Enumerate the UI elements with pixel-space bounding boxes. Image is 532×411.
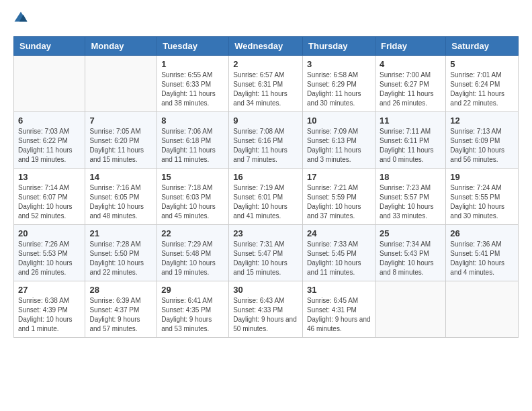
calendar-cell: 5Sunrise: 7:01 AMSunset: 6:24 PMDaylight… — [446, 56, 519, 112]
day-number: 12 — [450, 116, 514, 126]
calendar-cell: 25Sunrise: 7:34 AMSunset: 5:43 PMDayligh… — [375, 225, 445, 281]
calendar-cell — [446, 281, 519, 338]
calendar-cell: 20Sunrise: 7:26 AMSunset: 5:53 PMDayligh… — [14, 225, 85, 281]
day-header-saturday: Saturday — [446, 37, 519, 56]
calendar-cell: 16Sunrise: 7:19 AMSunset: 6:01 PMDayligh… — [229, 169, 303, 225]
cell-details: Sunrise: 6:55 AMSunset: 6:33 PMDaylight:… — [161, 71, 224, 108]
calendar-cell: 27Sunrise: 6:38 AMSunset: 4:39 PMDayligh… — [14, 281, 85, 338]
cell-details: Sunrise: 7:16 AMSunset: 6:05 PMDaylight:… — [89, 183, 152, 221]
calendar-week-row: 1Sunrise: 6:55 AMSunset: 6:33 PMDaylight… — [14, 56, 519, 112]
calendar-cell — [85, 56, 157, 112]
cell-details: Sunrise: 7:06 AMSunset: 6:18 PMDaylight:… — [161, 127, 224, 165]
day-number: 17 — [307, 172, 371, 182]
day-number: 28 — [89, 285, 152, 295]
cell-details: Sunrise: 6:43 AMSunset: 4:33 PMDaylight:… — [233, 296, 298, 334]
calendar-cell: 30Sunrise: 6:43 AMSunset: 4:33 PMDayligh… — [229, 281, 303, 338]
cell-details: Sunrise: 7:08 AMSunset: 6:16 PMDaylight:… — [233, 127, 298, 165]
day-number: 10 — [307, 116, 371, 126]
calendar-cell: 1Sunrise: 6:55 AMSunset: 6:33 PMDaylight… — [157, 56, 229, 112]
day-number: 20 — [18, 228, 81, 238]
calendar-cell: 17Sunrise: 7:21 AMSunset: 5:59 PMDayligh… — [303, 169, 375, 225]
day-number: 1 — [161, 59, 224, 69]
day-number: 29 — [161, 285, 224, 295]
calendar-cell: 2Sunrise: 6:57 AMSunset: 6:31 PMDaylight… — [229, 56, 303, 112]
calendar-cell: 31Sunrise: 6:45 AMSunset: 4:31 PMDayligh… — [303, 281, 375, 338]
calendar-week-row: 13Sunrise: 7:14 AMSunset: 6:07 PMDayligh… — [14, 169, 519, 225]
cell-details: Sunrise: 7:23 AMSunset: 5:57 PMDaylight:… — [380, 183, 441, 221]
day-header-wednesday: Wednesday — [229, 37, 303, 56]
day-number: 19 — [450, 172, 514, 182]
day-number: 3 — [307, 59, 371, 69]
day-number: 11 — [380, 116, 441, 126]
calendar-cell: 3Sunrise: 6:58 AMSunset: 6:29 PMDaylight… — [303, 56, 375, 112]
calendar-cell: 4Sunrise: 7:00 AMSunset: 6:27 PMDaylight… — [375, 56, 445, 112]
header — [13, 11, 519, 30]
day-number: 15 — [161, 172, 224, 182]
cell-details: Sunrise: 6:58 AMSunset: 6:29 PMDaylight:… — [307, 71, 371, 108]
day-header-thursday: Thursday — [303, 37, 375, 56]
cell-details: Sunrise: 7:36 AMSunset: 5:41 PMDaylight:… — [450, 240, 514, 277]
calendar-cell: 15Sunrise: 7:18 AMSunset: 6:03 PMDayligh… — [157, 169, 229, 225]
day-number: 22 — [161, 228, 224, 238]
day-number: 26 — [450, 228, 514, 238]
calendar-cell — [375, 281, 445, 338]
day-number: 18 — [380, 172, 441, 182]
logo-icon — [13, 11, 28, 26]
cell-details: Sunrise: 7:18 AMSunset: 6:03 PMDaylight:… — [161, 183, 224, 221]
calendar-cell: 19Sunrise: 7:24 AMSunset: 5:55 PMDayligh… — [446, 169, 519, 225]
day-number: 27 — [18, 285, 81, 295]
calendar-cell: 29Sunrise: 6:41 AMSunset: 4:35 PMDayligh… — [157, 281, 229, 338]
day-number: 31 — [307, 285, 371, 295]
day-number: 24 — [307, 228, 371, 238]
cell-details: Sunrise: 7:01 AMSunset: 6:24 PMDaylight:… — [450, 71, 514, 108]
calendar-cell: 13Sunrise: 7:14 AMSunset: 6:07 PMDayligh… — [14, 169, 85, 225]
cell-details: Sunrise: 7:19 AMSunset: 6:01 PMDaylight:… — [233, 183, 298, 221]
cell-details: Sunrise: 7:11 AMSunset: 6:11 PMDaylight:… — [380, 127, 441, 165]
day-header-sunday: Sunday — [14, 37, 85, 56]
logo — [13, 11, 28, 30]
day-header-row: SundayMondayTuesdayWednesdayThursdayFrid… — [14, 37, 519, 56]
day-number: 25 — [380, 228, 441, 238]
day-number: 30 — [233, 285, 298, 295]
calendar-cell: 12Sunrise: 7:13 AMSunset: 6:09 PMDayligh… — [446, 112, 519, 169]
cell-details: Sunrise: 7:31 AMSunset: 5:47 PMDaylight:… — [233, 240, 298, 277]
calendar-cell: 23Sunrise: 7:31 AMSunset: 5:47 PMDayligh… — [229, 225, 303, 281]
cell-details: Sunrise: 6:57 AMSunset: 6:31 PMDaylight:… — [233, 71, 298, 108]
cell-details: Sunrise: 7:29 AMSunset: 5:48 PMDaylight:… — [161, 240, 224, 277]
cell-details: Sunrise: 6:39 AMSunset: 4:37 PMDaylight:… — [89, 296, 152, 334]
page: SundayMondayTuesdayWednesdayThursdayFrid… — [0, 0, 532, 346]
day-number: 16 — [233, 172, 298, 182]
cell-details: Sunrise: 6:41 AMSunset: 4:35 PMDaylight:… — [161, 296, 224, 334]
day-number: 13 — [18, 172, 81, 182]
calendar-cell — [14, 56, 85, 112]
day-number: 2 — [233, 59, 298, 69]
day-number: 5 — [450, 59, 514, 69]
day-header-friday: Friday — [375, 37, 445, 56]
cell-details: Sunrise: 7:05 AMSunset: 6:20 PMDaylight:… — [89, 127, 152, 165]
day-number: 6 — [18, 116, 81, 126]
cell-details: Sunrise: 6:45 AMSunset: 4:31 PMDaylight:… — [307, 296, 371, 334]
calendar-cell: 9Sunrise: 7:08 AMSunset: 6:16 PMDaylight… — [229, 112, 303, 169]
cell-details: Sunrise: 7:28 AMSunset: 5:50 PMDaylight:… — [89, 240, 152, 277]
calendar-cell: 24Sunrise: 7:33 AMSunset: 5:45 PMDayligh… — [303, 225, 375, 281]
cell-details: Sunrise: 7:14 AMSunset: 6:07 PMDaylight:… — [18, 183, 81, 221]
cell-details: Sunrise: 6:38 AMSunset: 4:39 PMDaylight:… — [18, 296, 81, 334]
calendar-cell: 11Sunrise: 7:11 AMSunset: 6:11 PMDayligh… — [375, 112, 445, 169]
day-number: 23 — [233, 228, 298, 238]
calendar-cell: 8Sunrise: 7:06 AMSunset: 6:18 PMDaylight… — [157, 112, 229, 169]
day-number: 21 — [89, 228, 152, 238]
cell-details: Sunrise: 7:03 AMSunset: 6:22 PMDaylight:… — [18, 127, 81, 165]
calendar-cell: 7Sunrise: 7:05 AMSunset: 6:20 PMDaylight… — [85, 112, 157, 169]
day-number: 8 — [161, 116, 224, 126]
calendar-cell: 26Sunrise: 7:36 AMSunset: 5:41 PMDayligh… — [446, 225, 519, 281]
calendar-cell: 18Sunrise: 7:23 AMSunset: 5:57 PMDayligh… — [375, 169, 445, 225]
calendar-cell: 21Sunrise: 7:28 AMSunset: 5:50 PMDayligh… — [85, 225, 157, 281]
day-header-monday: Monday — [85, 37, 157, 56]
calendar-week-row: 6Sunrise: 7:03 AMSunset: 6:22 PMDaylight… — [14, 112, 519, 169]
calendar-week-row: 27Sunrise: 6:38 AMSunset: 4:39 PMDayligh… — [14, 281, 519, 338]
day-number: 9 — [233, 116, 298, 126]
cell-details: Sunrise: 7:13 AMSunset: 6:09 PMDaylight:… — [450, 127, 514, 165]
day-number: 4 — [380, 59, 441, 69]
calendar-cell: 28Sunrise: 6:39 AMSunset: 4:37 PMDayligh… — [85, 281, 157, 338]
cell-details: Sunrise: 7:00 AMSunset: 6:27 PMDaylight:… — [380, 71, 441, 108]
